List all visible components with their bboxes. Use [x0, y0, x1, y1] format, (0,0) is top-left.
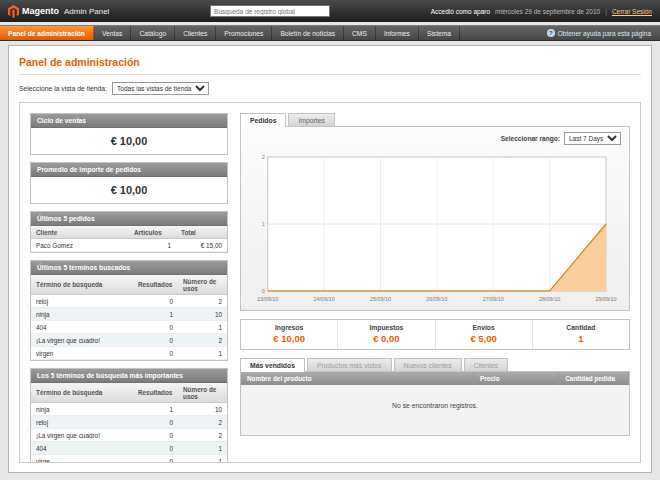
column-header: Total — [176, 226, 227, 239]
order-items: 1 — [129, 239, 176, 252]
search-term: virge — [31, 455, 133, 464]
nav-item-system[interactable]: Sistema — [419, 26, 460, 40]
nav-item-catalog[interactable]: Catálogo — [131, 26, 175, 40]
search-term-row[interactable]: virgen 0 1 — [31, 347, 227, 360]
stat-label: Envíos — [438, 324, 530, 331]
svg-text:25/09/10: 25/09/10 — [370, 296, 391, 302]
top-search-table: Término de búsqueda Resultados Número de… — [31, 383, 227, 463]
search-results: 0 — [133, 334, 178, 347]
search-term-row[interactable]: 404 0 1 — [31, 321, 227, 334]
order-row[interactable]: Paco Gomez 1 € 15,00 — [31, 239, 227, 252]
dashboard-right-column: Pedidos Importes Seleccionar rango: Last… — [240, 113, 630, 452]
logout-link[interactable]: Cerrar Sesión — [612, 8, 652, 15]
search-term: ninja — [31, 308, 133, 321]
column-header: Nombre del producto — [241, 372, 474, 385]
tab-new-customers[interactable]: Nuevos clientes — [394, 358, 462, 371]
top-header: Magento Admin Panel Accedió como aparo m… — [0, 0, 660, 22]
last-orders-title: Últimos 5 pedidos — [31, 212, 227, 226]
content-area: Panel de administración Seleccione la vi… — [8, 45, 652, 473]
search-term-row[interactable]: reloj 0 2 — [31, 295, 227, 308]
range-select[interactable]: Last 7 Days — [564, 132, 621, 145]
stat-value: € 10,00 — [243, 333, 335, 344]
nav-item-dashboard[interactable]: Panel de administración — [0, 26, 94, 40]
nav-item-reports[interactable]: Informes — [376, 26, 419, 40]
lifetime-sales-box: Ciclo de ventas € 10,00 — [30, 113, 228, 155]
empty-records-message: No se encontraron registros. — [241, 385, 629, 435]
store-view-select[interactable]: Todas las vistas de tienda — [112, 82, 209, 95]
tab-amounts[interactable]: Importes — [288, 113, 334, 126]
search-uses: 1 — [178, 455, 227, 464]
search-term-row[interactable]: virge 0 1 — [31, 455, 227, 464]
search-term-row[interactable]: ¡La virgen que cuadro! 0 2 — [31, 429, 227, 442]
search-term-row[interactable]: 404 0 1 — [31, 442, 227, 455]
svg-text:2: 2 — [262, 154, 265, 160]
search-term: ¡La virgen que cuadro! — [31, 334, 133, 347]
search-results: 1 — [133, 308, 178, 321]
table-header-row: Término de búsqueda Resultados Número de… — [31, 383, 227, 403]
last-orders-box: Últimos 5 pedidos Cliente Artículos Tota… — [30, 211, 228, 253]
logged-in-as: Accedió como aparo — [431, 8, 490, 15]
search-term: ninja — [31, 403, 133, 416]
stat-label: Impuestos — [340, 324, 432, 331]
nav-item-sales[interactable]: Ventas — [94, 26, 131, 40]
help-label: Obtener ayuda para esta página — [558, 30, 651, 37]
search-results: 0 — [133, 321, 178, 334]
page-help-link[interactable]: ? Obtener ayuda para esta página — [538, 26, 660, 40]
nav-item-newsletter[interactable]: Boletín de noticias — [272, 26, 344, 40]
stat-label: Ingresos — [243, 324, 335, 331]
order-total: € 15,00 — [176, 239, 227, 252]
column-header: Cantidad pedida — [559, 372, 629, 385]
search-term: reloj — [31, 295, 133, 308]
chart-tabs: Pedidos Importes — [240, 113, 630, 126]
nav-item-customers[interactable]: Clientes — [175, 26, 216, 40]
search-results: 0 — [133, 295, 178, 308]
order-customer: Paco Gomez — [31, 239, 129, 252]
help-icon: ? — [547, 29, 555, 37]
orders-chart-panel: Seleccionar rango: Last 7 Days 01223/09/… — [240, 126, 630, 311]
stat-quantity: Cantidad 1 — [532, 320, 629, 349]
range-selector: Seleccionar rango: Last 7 Days — [249, 132, 621, 145]
magento-logo[interactable]: Magento Admin Panel — [8, 5, 109, 18]
orders-chart: 01223/09/1024/09/1025/09/1026/09/1027/09… — [249, 149, 621, 307]
stat-value: € 5,00 — [438, 333, 530, 344]
nav-item-cms[interactable]: CMS — [344, 26, 376, 40]
tab-customers[interactable]: Clientes — [464, 358, 509, 371]
range-label: Seleccionar rango: — [501, 135, 560, 142]
user-info: Accedió como aparo miércoles 29 de septi… — [431, 8, 652, 15]
search-term-row[interactable]: ninja 1 10 — [31, 403, 227, 416]
svg-text:26/09/10: 26/09/10 — [426, 296, 447, 302]
page-title: Panel de administración — [19, 54, 641, 74]
average-orders-box: Promedio de importe de pedidos € 10,00 — [30, 162, 228, 204]
search-term: reloj — [31, 416, 133, 429]
nav-list: Panel de administración Ventas Catálogo … — [0, 26, 460, 40]
nav-item-promotions[interactable]: Promociones — [216, 26, 272, 40]
tab-orders[interactable]: Pedidos — [240, 113, 286, 127]
current-date: miércoles 29 de septiembre de 2010 — [495, 8, 600, 15]
search-term-row[interactable]: reloj 0 2 — [31, 416, 227, 429]
search-term: 404 — [31, 321, 133, 334]
svg-text:1: 1 — [262, 221, 265, 227]
lifetime-sales-value: € 10,00 — [31, 128, 227, 154]
search-uses: 1 — [178, 347, 227, 360]
search-term-row[interactable]: ninja 1 10 — [31, 308, 227, 321]
search-uses: 10 — [178, 403, 227, 416]
stat-value: € 0,00 — [340, 333, 432, 344]
global-search-input[interactable] — [210, 5, 330, 17]
search-uses: 1 — [178, 321, 227, 334]
store-view-label: Seleccione la vista de tienda: — [19, 85, 107, 92]
search-results: 0 — [133, 347, 178, 360]
stat-tax: Impuestos € 0,00 — [337, 320, 434, 349]
dashboard: Ciclo de ventas € 10,00 Promedio de impo… — [19, 102, 641, 463]
top-search-terms-box: Los 5 términos de búsqueda más important… — [30, 368, 228, 463]
search-uses: 2 — [178, 334, 227, 347]
search-term-row[interactable]: ¡La virgen que cuadro! 0 2 — [31, 334, 227, 347]
logo-subtitle: Admin Panel — [64, 7, 109, 16]
search-results: 1 — [133, 403, 178, 416]
svg-text:29/09/10: 29/09/10 — [595, 296, 616, 302]
column-header: Artículos — [129, 226, 176, 239]
tab-most-viewed[interactable]: Productos más vistos — [307, 358, 392, 371]
column-header: Cliente — [31, 226, 129, 239]
tab-bestsellers[interactable]: Más vendidos — [240, 358, 305, 372]
table-header-row: Cliente Artículos Total — [31, 226, 227, 239]
search-results: 0 — [133, 416, 178, 429]
